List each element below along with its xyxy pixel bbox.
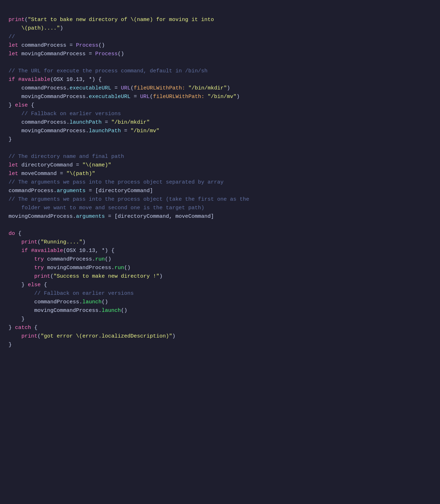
line-13: commandProcess.launchPath = "/bin/mkdir" <box>9 119 150 125</box>
line-26: do { <box>9 231 21 237</box>
line-11: } else { <box>9 102 34 108</box>
line-32: } else { <box>9 282 47 288</box>
line-20: // The arguments we pass into the proces… <box>9 179 224 185</box>
line-15: } <box>9 137 12 143</box>
line-37: } catch { <box>9 325 37 331</box>
line-19: let moveCommand = "\(path)" <box>9 171 95 177</box>
line-21: commandProcess.arguments = [directoryCom… <box>9 188 153 194</box>
line-1: print("Start to bake new directory of \(… <box>9 17 214 23</box>
code-editor: print("Start to bake new directory of \(… <box>9 7 431 349</box>
line-10: movingCommandProcess.executableURL = URL… <box>9 94 240 100</box>
line-35: movingCommandProcess.launch() <box>9 308 127 314</box>
line-14: movingCommandProcess.launchPath = "/bin/… <box>9 128 159 134</box>
line-23: folder we want to move and second one is… <box>9 205 204 211</box>
line-34: commandProcess.launch() <box>9 299 108 305</box>
line-36: } <box>9 316 25 322</box>
line-38: print("got error \(error.localizedDescri… <box>9 333 175 339</box>
line-3: // <box>9 34 15 40</box>
line-5: let movingCommandProcess = Process() <box>9 51 124 57</box>
line-31: print("Success to make new directory !") <box>9 273 163 279</box>
line-18: let directoryCommand = "\(name)" <box>9 162 111 168</box>
line-9: commandProcess.executableURL = URL(fileU… <box>9 85 230 91</box>
line-29: try commandProcess.run() <box>9 256 111 262</box>
line-28: if #available(OSX 10.13, *) { <box>9 248 114 254</box>
line-2: \(path)....") <box>9 25 63 31</box>
line-39: } <box>9 342 12 348</box>
line-27: print("Running....") <box>9 239 86 245</box>
line-12: // Fallback on earlier versions <box>9 111 121 117</box>
line-22: // The arguments we pass into the proces… <box>9 196 249 202</box>
line-33: // Fallback on earlier versions <box>9 290 134 297</box>
line-7: // The URL for execute the process comma… <box>9 68 208 74</box>
line-24: movingCommandProcess.arguments = [direct… <box>9 214 214 220</box>
line-8: if #available(OSX 10.13, *) { <box>9 77 102 83</box>
line-17: // The directory name and final path <box>9 154 124 160</box>
line-30: try movingCommandProcess.run() <box>9 265 131 271</box>
line-4: let commandProcess = Process() <box>9 42 105 48</box>
